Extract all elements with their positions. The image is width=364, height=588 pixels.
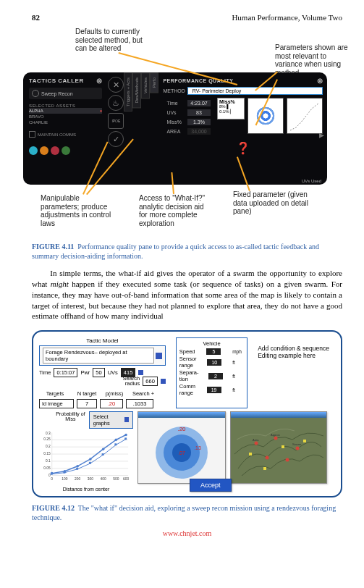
checkbox-icon[interactable] (29, 131, 35, 138)
svg-text:0: 0 (48, 473, 51, 476)
speed-value[interactable]: 5 (206, 348, 221, 355)
fire-icon[interactable]: ♨ (108, 95, 124, 111)
search-radius-label: Searchradius (123, 377, 140, 387)
ring-chart-window[interactable]: .20 .13 .07 (137, 411, 226, 484)
svg-point-44 (296, 446, 300, 450)
ipoe-icon[interactable]: IPOE (108, 113, 124, 129)
svg-text:100: 100 (62, 477, 67, 481)
ntarget-input[interactable]: 7 (77, 399, 97, 408)
pwr-input[interactable]: 50 (93, 368, 104, 377)
annot-whatif: Access to "What-If?" analytic decision a… (139, 194, 211, 227)
page-number: 82 (32, 13, 40, 22)
searchp-input[interactable]: .1033 (126, 399, 153, 408)
window-titlebar[interactable] (231, 412, 326, 418)
uvs-value[interactable]: 83 (187, 109, 211, 116)
svg-rect-16 (76, 467, 78, 469)
time-input[interactable]: 0:15:07 (54, 368, 77, 377)
annot-defaults: Defaults to currently selected method, b… (75, 28, 155, 53)
tab-triggers[interactable]: Triggers + Acts (124, 72, 132, 112)
svg-text:Approx: Approx (271, 433, 280, 437)
pmiss-input[interactable]: .20 (100, 399, 123, 408)
mid-icon-column: ✕ ♨ IPOE ✓ (108, 72, 124, 185)
pwr-label: Pwr (80, 369, 90, 376)
id-image-input[interactable]: Id image (39, 399, 74, 408)
hdr-pmiss: p(miss) (103, 390, 126, 397)
action-dot[interactable] (40, 146, 48, 155)
svg-rect-50 (263, 467, 266, 470)
method-label: METHOD (163, 88, 185, 93)
comm-label: Commrange (179, 383, 195, 396)
tactic-model-value: Forage Rendezvous– deployed at boundary (43, 348, 154, 364)
tab-res-methods[interactable]: Res/Methods (132, 72, 141, 108)
accept-button[interactable]: Accept (190, 479, 232, 492)
map-window[interactable]: AreaSwarmApprox (230, 411, 327, 484)
svg-point-45 (266, 455, 269, 459)
annot-fixed: Fixed parameter (given data uploaded on … (233, 190, 313, 216)
cancel-icon[interactable]: ✕ (108, 77, 124, 93)
dropdown-icon[interactable] (161, 379, 166, 384)
whatif-icon[interactable]: ❓ (236, 142, 250, 154)
tab-perfo[interactable]: Perfo (150, 72, 158, 93)
time-label: Time (164, 99, 184, 107)
svg-rect-47 (249, 453, 252, 455)
uvs-label: UVs (108, 369, 118, 376)
time-label: Time (39, 369, 51, 376)
sensor-value[interactable]: 10 (207, 359, 221, 366)
radio-icon (32, 90, 39, 97)
asset-charlie[interactable]: CHARLIE (29, 119, 102, 125)
distance-label: Distance from center (39, 487, 133, 492)
speed-unit: mph (232, 349, 244, 354)
line-plot[interactable]: 00.050.1 0.150.20.250.3 0100200 30040050… (39, 429, 132, 485)
close-icon[interactable]: ⊗ (96, 77, 103, 85)
asset-bravo[interactable]: BRAVO (29, 114, 102, 119)
action-dot[interactable] (51, 146, 59, 155)
asset-alpha[interactable]: ALPHA● (29, 108, 102, 114)
action-dot[interactable] (62, 146, 70, 155)
sep-value[interactable]: 2 (208, 373, 223, 379)
mini-line-chart[interactable] (287, 98, 323, 134)
sep-unit: ft (232, 374, 244, 379)
svg-rect-18 (102, 453, 104, 455)
confirm-icon[interactable]: ✓ (108, 131, 124, 147)
close-icon[interactable]: ⊗ (317, 77, 323, 85)
area-value: 34,000 (187, 128, 211, 135)
svg-rect-41 (231, 418, 326, 482)
miss-v2: 0.1% (219, 109, 229, 114)
tab-vehicles[interactable]: Vehicles (141, 72, 150, 98)
maintain-comms-label: MAINTAIN COMMS (38, 133, 76, 137)
caption-text: Performance quality pane to provide a qu… (32, 243, 319, 260)
tactics-caller-title: TACTICS CALLER (29, 77, 84, 84)
dropdown-icon[interactable] (138, 370, 143, 375)
comm-value[interactable]: 19 (207, 387, 221, 393)
svg-point-46 (286, 458, 289, 461)
svg-text:0.15: 0.15 (43, 452, 51, 455)
svg-text:0: 0 (51, 477, 53, 481)
select-graphs-button[interactable]: Select graphs (89, 411, 133, 429)
tactic-model-select[interactable]: Forage Rendezvous– deployed at boundary (39, 345, 166, 366)
svg-text:0.05: 0.05 (43, 466, 51, 469)
svg-point-12 (115, 438, 118, 441)
window-titlebar[interactable] (138, 412, 225, 418)
action-dot[interactable] (29, 146, 38, 155)
time-value[interactable]: 4:23.07 (187, 100, 211, 106)
figure-4-12: Tactic Model Forage Rendezvous– deployed… (32, 330, 342, 497)
svg-point-43 (274, 436, 278, 440)
sep-label: Separa-tion (179, 369, 199, 382)
svg-text:Area: Area (253, 438, 259, 442)
miss-label: Miss% (164, 118, 184, 126)
search-radius-input[interactable]: 660 (143, 377, 158, 386)
maintain-comms-row[interactable]: MAINTAIN COMMS (29, 131, 102, 138)
book-title: Human Performance, Volume Two (232, 13, 342, 22)
hdr-searchp: Search + (130, 390, 156, 397)
arrow-right-icon[interactable]: ▸ (319, 129, 324, 140)
svg-rect-17 (89, 462, 91, 464)
probability-graph: Probability of Miss Select graphs (39, 411, 133, 492)
svg-text:0.1: 0.1 (46, 459, 51, 463)
miss-value[interactable]: 1.3% (187, 119, 211, 125)
dropdown-icon[interactable] (156, 353, 162, 359)
miss-summary-box: Miss% 8% ▌ 0.1% ▏ (217, 98, 245, 119)
svg-rect-48 (282, 445, 284, 448)
svg-rect-15 (63, 471, 65, 473)
svg-text:.20: .20 (177, 426, 186, 432)
sweep-recon-row[interactable]: Sweep Recon (29, 88, 102, 99)
